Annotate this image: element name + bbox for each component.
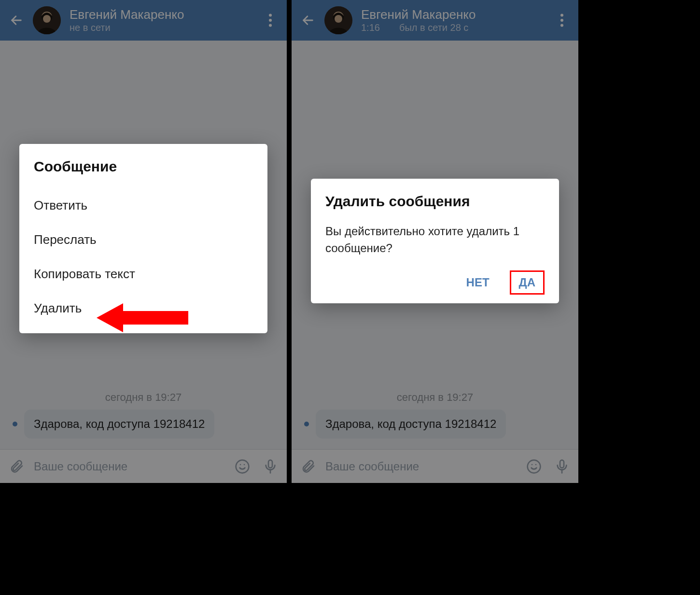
svg-marker-12 (97, 303, 188, 332)
dialog-title: Сообщение (34, 158, 253, 175)
dialog-title: Удалить сообщения (325, 193, 545, 210)
annotation-arrow-icon (97, 303, 188, 332)
dialog-body: Вы действительно хотите удалить 1 сообще… (325, 223, 545, 257)
screen-right: Евгений Макаренко 1:16 был в сети 28 с с… (292, 0, 578, 483)
no-button[interactable]: НЕТ (459, 272, 497, 293)
action-copy-text[interactable]: Копировать текст (34, 257, 253, 291)
action-reply[interactable]: Ответить (34, 188, 253, 223)
action-forward[interactable]: Переслать (34, 223, 253, 257)
screen-left: Евгений Макаренко не в сети сегодня в 19… (0, 0, 287, 483)
dialog-actions: НЕТ ДА (325, 270, 545, 295)
yes-button[interactable]: ДА (510, 270, 545, 295)
delete-confirm-dialog: Удалить сообщения Вы действительно хотит… (311, 179, 559, 303)
